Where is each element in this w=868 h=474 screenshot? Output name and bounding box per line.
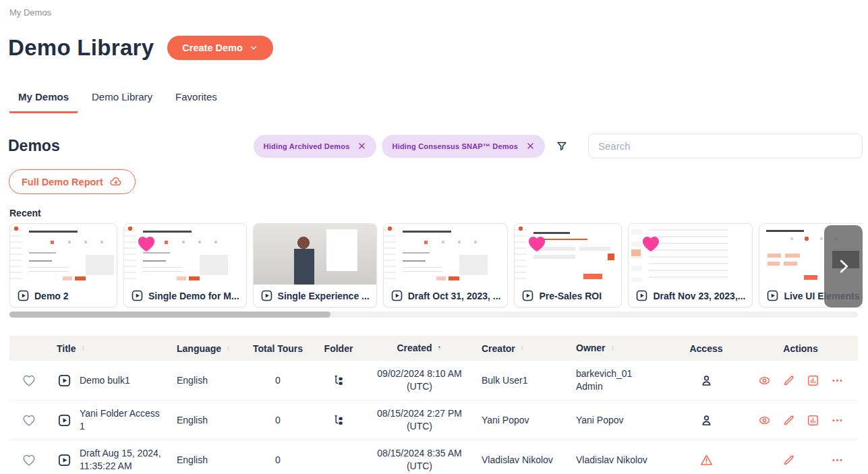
play-demo-icon: [766, 289, 779, 302]
demo-card-title: Single Demo for M...: [148, 291, 239, 301]
report-button-label: Full Demo Report: [22, 177, 103, 187]
filter-funnel-icon[interactable]: [556, 140, 568, 152]
more-actions-icon[interactable]: [831, 454, 844, 467]
play-demo-icon[interactable]: [57, 374, 71, 388]
filter-chip-hiding-consensus-snap: Hiding Consensus SNAP™ Demos: [382, 135, 545, 158]
folder-tree-icon[interactable]: [332, 414, 345, 427]
view-icon[interactable]: [758, 374, 771, 387]
demo-total-tours: 0: [244, 415, 312, 425]
chevron-down-icon: [249, 43, 258, 53]
search-input[interactable]: [588, 134, 863, 158]
sort-icon[interactable]: [80, 344, 86, 353]
create-demo-button[interactable]: Create Demo: [167, 36, 272, 60]
column-header-actions: Actions: [743, 343, 858, 354]
demos-section-heading: Demos: [8, 137, 60, 155]
play-demo-icon: [131, 289, 144, 302]
play-demo-icon: [521, 289, 534, 302]
favorite-heart-icon[interactable]: [22, 413, 36, 427]
favorite-heart-icon[interactable]: [135, 232, 158, 255]
filter-chip-label: Hiding Consensus SNAP™ Demos: [392, 142, 518, 150]
demo-card[interactable]: Draft Nov 23, 2023,...: [628, 223, 753, 307]
analytics-icon[interactable]: [807, 414, 819, 427]
table-row: Demo bulk1 English 0 09/02/2024 8:10 AM …: [9, 361, 858, 401]
column-header-title[interactable]: Title: [49, 343, 169, 354]
table-row: Draft Aug 15, 2024, 11:35:22 AM English …: [9, 440, 858, 474]
play-demo-icon: [635, 289, 648, 302]
user-access-icon[interactable]: [699, 374, 714, 388]
column-header-total-tours: Total Tours: [244, 343, 312, 354]
recent-label: Recent: [9, 208, 41, 218]
remove-filter-icon[interactable]: [357, 142, 366, 150]
page-title: Demo Library: [8, 35, 154, 61]
column-header-language[interactable]: Language: [169, 343, 244, 354]
filter-chip-hiding-archived: Hiding Archived Demos: [254, 135, 377, 158]
remove-filter-icon[interactable]: [526, 142, 535, 150]
more-actions-icon[interactable]: [831, 374, 844, 387]
view-icon[interactable]: [758, 414, 771, 427]
favorite-heart-icon[interactable]: [22, 452, 36, 467]
tab-favorites[interactable]: Favorites: [167, 90, 226, 113]
demo-card[interactable]: Single Experience ...: [253, 223, 377, 307]
play-demo-icon: [17, 289, 30, 302]
favorite-heart-icon[interactable]: [22, 373, 36, 388]
tab-bar: My Demos Demo Library Favorites: [9, 90, 226, 113]
edit-icon[interactable]: [782, 374, 795, 387]
sort-asc-icon[interactable]: [436, 344, 442, 353]
demo-creator: Yani Popov: [473, 415, 568, 425]
demo-title[interactable]: Demo bulk1: [80, 374, 169, 387]
demo-thumbnail: [10, 224, 117, 285]
demo-created: 08/15/2024 8:35 AM (UTC): [366, 447, 473, 473]
chevron-right-icon: [835, 258, 852, 275]
breadcrumb[interactable]: My Demos: [9, 7, 51, 18]
play-demo-icon[interactable]: [57, 453, 71, 467]
demo-card[interactable]: Draft Oct 31, 2023, ...: [383, 223, 509, 307]
column-header-created[interactable]: Created: [366, 342, 473, 355]
sort-icon[interactable]: [225, 344, 231, 353]
demo-creator: Bulk User1: [473, 375, 568, 386]
analytics-icon[interactable]: [807, 374, 819, 387]
carousel-next-button[interactable]: [824, 225, 863, 307]
demo-card-title: Draft Nov 23, 2023,...: [653, 291, 745, 301]
demo-language: English: [169, 415, 244, 425]
demo-owner: barkevich_01 Admin: [568, 367, 669, 393]
demo-card-title: Pre-Sales ROI: [539, 291, 602, 301]
user-access-icon[interactable]: [699, 413, 714, 427]
carousel-scrollbar-track[interactable]: [9, 312, 858, 318]
play-demo-icon[interactable]: [57, 413, 71, 427]
edit-icon[interactable]: [782, 414, 795, 427]
demo-card[interactable]: Pre-Sales ROI: [514, 223, 622, 307]
demo-title[interactable]: Yani Folder Access 1: [80, 407, 169, 433]
demo-owner: Yani Popov: [568, 414, 669, 427]
edit-icon[interactable]: [782, 454, 795, 467]
demo-card-title: Demo 2: [34, 291, 69, 301]
tab-demo-library[interactable]: Demo Library: [83, 90, 161, 113]
play-demo-icon: [390, 289, 403, 302]
sort-icon[interactable]: [610, 344, 616, 353]
full-demo-report-button[interactable]: Full Demo Report: [9, 169, 136, 194]
demo-title[interactable]: Draft Aug 15, 2024, 11:35:22 AM: [80, 447, 169, 473]
demo-owner: Vladislav Nikolov: [568, 454, 669, 467]
folder-tree-icon[interactable]: [332, 374, 345, 387]
column-header-access: Access: [669, 343, 743, 354]
favorite-heart-icon[interactable]: [639, 232, 662, 255]
more-actions-icon[interactable]: [831, 414, 844, 427]
demo-card[interactable]: Demo 2: [9, 223, 117, 307]
tab-my-demos[interactable]: My Demos: [9, 90, 78, 113]
warning-access-icon[interactable]: [699, 453, 714, 467]
demo-thumbnail: [384, 224, 508, 285]
demo-language: English: [169, 375, 244, 386]
table-header: Title Language Total Tours Folder Create…: [9, 336, 858, 361]
column-header-owner[interactable]: Owner: [568, 342, 669, 355]
column-header-creator[interactable]: Creator: [473, 343, 568, 354]
demo-card[interactable]: Single Demo for M...: [123, 223, 247, 307]
recent-demos-carousel: Demo 2 Single Demo for M... Single Exper…: [9, 223, 863, 309]
cloud-download-icon: [109, 175, 123, 189]
demo-creator: Vladislav Nikolov: [473, 454, 568, 465]
demo-language: English: [169, 454, 244, 465]
carousel-scrollbar-thumb[interactable]: [9, 312, 330, 318]
demo-total-tours: 0: [244, 375, 312, 386]
table-row: Yani Folder Access 1 English 0 08/15/202…: [9, 401, 858, 440]
favorite-heart-icon[interactable]: [525, 232, 548, 255]
sort-icon[interactable]: [519, 344, 525, 353]
demo-card-title: Single Experience ...: [278, 291, 370, 301]
